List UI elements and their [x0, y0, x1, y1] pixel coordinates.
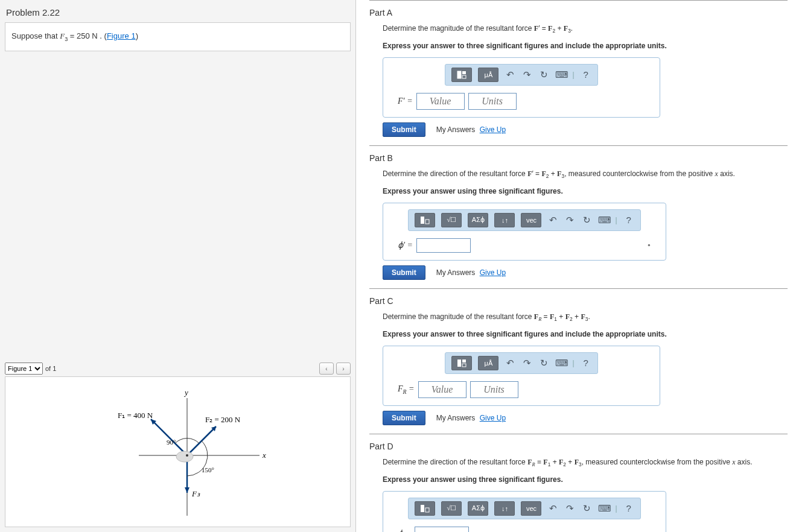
template-icon[interactable] [451, 356, 472, 370]
updown-icon[interactable]: ↓↑ [494, 213, 515, 227]
units-button[interactable]: μÅ [478, 68, 498, 82]
toolbar-sep: | [572, 71, 574, 79]
help-icon[interactable]: ? [581, 358, 591, 368]
part-b-submit-button[interactable]: Submit [383, 265, 425, 280]
stmt-suffix: ) [136, 31, 138, 40]
svg-line-7 [151, 419, 187, 455]
part-c-value-input[interactable] [418, 381, 466, 398]
my-answers-label: My Answers [436, 268, 476, 277]
part-d-answer-box: √☐ ΑΣϕ ↓↑ vec ↶ ↷ ↻ ⌨ | ? ϕ = ∘ [383, 491, 666, 532]
part-b-toolbar: √☐ ΑΣϕ ↓↑ vec ↶ ↷ ↻ ⌨ | ? [408, 209, 640, 231]
part-a: Part A Determine the magnitude of the re… [369, 0, 788, 145]
part-d-input-row: ϕ = ∘ [392, 527, 657, 532]
svg-text:x: x [262, 451, 266, 460]
keyboard-icon[interactable]: ⌨ [555, 69, 566, 80]
undo-icon[interactable]: ↶ [547, 215, 558, 226]
redo-icon[interactable]: ↷ [521, 69, 532, 80]
help-icon[interactable]: ? [623, 215, 634, 225]
part-b-input-row: ϕ′ = ∘ [392, 238, 657, 253]
figure-select[interactable]: Figure 1 [5, 363, 43, 375]
stmt-fvar: F [60, 31, 65, 40]
figure-svg: x y F₂ = 200 N F₁ = 400 N F₃ 90° 150° [51, 383, 305, 519]
svg-text:F₁ = 400 N: F₁ = 400 N [118, 411, 153, 420]
toolbar-sep: | [572, 359, 574, 367]
svg-rect-19 [462, 71, 466, 74]
figure-link[interactable]: Figure 1 [107, 31, 136, 40]
reset-icon[interactable]: ↻ [538, 69, 549, 80]
greek-button[interactable]: ΑΣϕ [468, 213, 488, 227]
part-b-submit-row: Submit My Answers Give Up [383, 265, 788, 280]
svg-rect-26 [421, 505, 424, 512]
help-icon[interactable]: ? [581, 69, 591, 80]
part-a-units-input[interactable] [468, 93, 517, 110]
toolbar-sep: | [615, 216, 617, 224]
sqrt-icon[interactable]: √☐ [441, 501, 462, 516]
part-c-submit-button[interactable]: Submit [383, 411, 425, 425]
toolbar-sep: | [615, 504, 617, 513]
part-c: Part C Determine the magnitude of the re… [369, 288, 788, 434]
svg-text:90°: 90° [167, 439, 176, 446]
template-icon[interactable] [415, 501, 435, 516]
stmt-prefix: Suppose that [11, 31, 60, 40]
reset-icon[interactable]: ↻ [538, 358, 549, 369]
svg-point-15 [176, 451, 193, 462]
part-a-title: Part A [369, 8, 788, 17]
part-a-answer-box: μÅ ↶ ↷ ↻ ⌨ | ? F′ = [383, 57, 660, 118]
part-d-unit: ∘ [647, 530, 657, 532]
part-b-giveup-link[interactable]: Give Up [480, 268, 506, 277]
undo-icon[interactable]: ↶ [505, 69, 515, 80]
reset-icon[interactable]: ↻ [581, 215, 592, 226]
help-icon[interactable]: ? [623, 503, 634, 513]
svg-rect-27 [425, 508, 429, 512]
svg-rect-25 [462, 364, 466, 367]
part-a-var: F′ = [398, 97, 413, 106]
keyboard-icon[interactable]: ⌨ [598, 215, 609, 226]
part-b-answer-box: √☐ ΑΣϕ ↓↑ vec ↶ ↷ ↻ ⌨ | ? ϕ′ = ∘ [383, 203, 666, 261]
my-answers-label: My Answers [436, 414, 476, 422]
vec-button[interactable]: vec [521, 213, 541, 227]
reset-icon[interactable]: ↻ [581, 503, 592, 514]
undo-icon[interactable]: ↶ [505, 358, 515, 369]
part-d-instr: Express your answer using three signific… [383, 475, 788, 485]
part-c-giveup-link[interactable]: Give Up [480, 414, 506, 422]
figure-next-button[interactable]: › [336, 363, 351, 375]
my-answers-label: My Answers [436, 125, 476, 134]
keyboard-icon[interactable]: ⌨ [598, 503, 609, 514]
part-b-desc: Determine the direction of the resultant… [383, 169, 788, 180]
redo-icon[interactable]: ↷ [564, 503, 575, 514]
part-a-giveup-link[interactable]: Give Up [480, 125, 506, 134]
figure-display: x y F₂ = 200 N F₁ = 400 N F₃ 90° 150° [5, 376, 351, 527]
part-b-value-input[interactable] [416, 238, 471, 253]
greek-button[interactable]: ΑΣϕ [468, 501, 488, 516]
units-button[interactable]: μÅ [478, 356, 498, 370]
part-a-submit-button[interactable]: Submit [383, 122, 425, 137]
sqrt-icon[interactable]: √☐ [441, 213, 462, 227]
svg-rect-17 [457, 71, 461, 78]
keyboard-icon[interactable]: ⌨ [555, 358, 566, 369]
part-c-units-input[interactable] [470, 381, 518, 398]
part-b: Part B Determine the direction of the re… [369, 145, 788, 288]
template-icon[interactable] [415, 213, 435, 227]
undo-icon[interactable]: ↶ [547, 503, 558, 514]
part-c-submit-row: Submit My Answers Give Up [383, 411, 788, 425]
part-a-toolbar: μÅ ↶ ↷ ↻ ⌨ | ? [445, 64, 597, 86]
part-a-input-row: F′ = [392, 93, 651, 110]
svg-marker-11 [185, 487, 189, 493]
part-c-toolbar: μÅ ↶ ↷ ↻ ⌨ | ? [445, 352, 597, 374]
svg-rect-22 [425, 220, 429, 224]
part-d: Part D Determine the direction of the re… [369, 434, 788, 532]
svg-text:F₃: F₃ [191, 489, 200, 498]
vec-button[interactable]: vec [521, 501, 541, 516]
redo-icon[interactable]: ↷ [564, 215, 575, 226]
part-d-value-input[interactable] [415, 527, 469, 532]
redo-icon[interactable]: ↷ [521, 358, 532, 369]
figure-of-label: of 1 [45, 365, 56, 372]
part-a-value-input[interactable] [416, 93, 465, 110]
updown-icon[interactable]: ↓↑ [494, 501, 515, 516]
svg-text:y: y [183, 388, 188, 397]
svg-rect-24 [462, 359, 466, 363]
figure-prev-button[interactable]: ‹ [319, 363, 334, 375]
part-b-var: ϕ′ = [398, 240, 413, 250]
stmt-rest: = 250 N . ( [68, 31, 107, 40]
template-icon[interactable] [451, 68, 472, 82]
